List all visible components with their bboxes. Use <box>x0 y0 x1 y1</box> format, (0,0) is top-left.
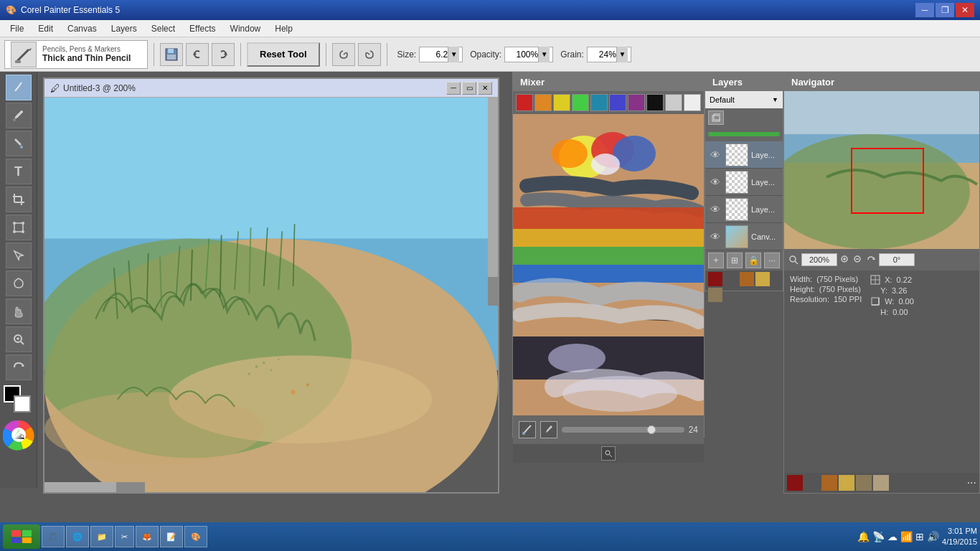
swatch-darkred[interactable] <box>708 272 722 286</box>
minimize-button[interactable]: ─ <box>915 3 934 17</box>
nav-swatch-2[interactable] <box>804 475 820 491</box>
nav-swatch-6[interactable] <box>873 475 889 491</box>
grain-input[interactable] <box>590 50 616 60</box>
background-color[interactable] <box>14 395 31 413</box>
system-clock[interactable]: 3:01 PM 4/19/2015 <box>942 526 977 548</box>
menu-window[interactable]: Window <box>223 22 268 35</box>
fill-tool[interactable] <box>6 131 32 156</box>
taskbar-explorer[interactable]: 📁 <box>90 526 113 547</box>
mixer-size-slider[interactable] <box>562 427 684 433</box>
canvas-close-btn[interactable]: ✕ <box>478 82 492 95</box>
mixer-zoom-icon[interactable] <box>601 446 616 461</box>
size-dropdown[interactable]: ▼ <box>448 47 459 62</box>
mixer-swatch-blue[interactable] <box>609 94 626 111</box>
nav-swatch-1[interactable] <box>787 475 803 491</box>
crop-tool[interactable] <box>6 187 32 212</box>
layers-group-btn[interactable]: ⊞ <box>727 253 743 268</box>
opacity-input-box[interactable]: ▼ <box>504 47 553 62</box>
nav-more-btn[interactable]: ··· <box>967 476 976 489</box>
layers-more-btn[interactable]: ··· <box>764 253 780 268</box>
layers-opacity-bar[interactable] <box>708 132 780 136</box>
menu-canvas[interactable]: Canvas <box>60 22 104 35</box>
brush-indicator[interactable]: Pencils, Pens & Markers Thick and Thin P… <box>4 40 148 69</box>
size-input[interactable] <box>423 50 448 60</box>
layer-row-2[interactable]: 👁 Laye... <box>705 169 783 196</box>
menu-layers[interactable]: Layers <box>104 22 144 35</box>
restore-button[interactable]: ❐ <box>936 3 954 17</box>
layers-preset-dropdown[interactable]: Default ▼ <box>705 91 783 108</box>
mixer-swatch-black[interactable] <box>646 94 664 111</box>
tray-icon-2[interactable]: 📡 <box>872 531 885 542</box>
taskbar-media-player[interactable]: 🎵 <box>42 526 65 547</box>
grain-dropdown[interactable]: ▼ <box>616 47 628 62</box>
taskbar-scissors[interactable]: ✂ <box>115 526 134 547</box>
dropper-tool[interactable] <box>6 103 32 128</box>
mixer-swatch-purple[interactable] <box>628 94 645 111</box>
nav-swatch-4[interactable] <box>839 475 854 491</box>
layer-3-visibility[interactable]: 👁 <box>708 204 722 215</box>
menu-select[interactable]: Select <box>144 22 182 35</box>
layers-lock-btn[interactable]: 🔒 <box>745 253 761 268</box>
opacity-dropdown[interactable]: ▼ <box>538 47 550 62</box>
menu-help[interactable]: Help <box>268 22 300 35</box>
layer-row-1[interactable]: 👁 Laye... <box>705 141 783 169</box>
opacity-input[interactable] <box>508 50 538 60</box>
save-button[interactable] <box>160 43 183 66</box>
scrollbar-thumb-h[interactable] <box>116 482 145 492</box>
mixer-swatch-gray[interactable] <box>665 94 682 111</box>
mixer-swatch-white[interactable] <box>684 94 701 111</box>
color-wheel[interactable] <box>3 419 34 451</box>
mixer-size-thumb[interactable] <box>647 425 656 434</box>
swatch-gray[interactable] <box>724 272 738 286</box>
start-button[interactable] <box>3 524 40 549</box>
brush-tool[interactable] <box>6 75 32 100</box>
reset-tool-button[interactable]: Reset Tool <box>247 42 320 67</box>
close-button[interactable]: ✕ <box>956 3 974 17</box>
rotation-value[interactable]: 0° <box>879 253 915 266</box>
scrollbar-thumb-v[interactable] <box>488 277 498 306</box>
mixer-paint-area[interactable] <box>513 114 704 415</box>
layer-row-3[interactable]: 👁 Laye... <box>705 196 783 223</box>
canvas-painting-area[interactable] <box>44 98 498 492</box>
title-bar-controls[interactable]: ─ ❐ ✕ <box>915 3 974 17</box>
canvas-maximize-btn[interactable]: ▭ <box>462 82 476 95</box>
swatch-brown[interactable] <box>740 272 754 286</box>
menu-edit[interactable]: Edit <box>31 22 60 35</box>
lasso-tool[interactable] <box>6 270 32 296</box>
tray-icon-4[interactable]: 📶 <box>900 531 913 542</box>
tray-icon-3[interactable]: ☁ <box>887 531 897 542</box>
layer-2-visibility[interactable]: 👁 <box>708 176 722 188</box>
mixer-brush-btn[interactable] <box>519 421 536 438</box>
mixer-swatch-orange[interactable] <box>534 94 552 111</box>
grain-input-box[interactable]: ▼ <box>587 47 631 62</box>
nav-swatch-3[interactable] <box>821 475 837 491</box>
nav-swatch-5[interactable] <box>856 475 872 491</box>
canvas-minimize-btn[interactable]: ─ <box>446 82 461 95</box>
reset-zoom-icon[interactable] <box>866 255 876 265</box>
layers-new-btn[interactable]: + <box>708 253 724 268</box>
undo-button[interactable] <box>186 43 209 66</box>
spiral-ccw-button[interactable] <box>358 43 381 66</box>
zoom-out-icon[interactable] <box>853 255 863 265</box>
mixer-swatch-teal[interactable] <box>590 94 608 111</box>
text-tool[interactable]: T <box>6 159 32 184</box>
menu-effects[interactable]: Effects <box>182 22 222 35</box>
zoom-in-icon[interactable] <box>840 255 850 265</box>
taskbar-firefox[interactable]: 🦊 <box>136 526 159 547</box>
swatch-tan[interactable] <box>708 288 722 302</box>
rotate-tool[interactable] <box>6 354 32 380</box>
mixer-swatch-green[interactable] <box>572 94 589 111</box>
layer-1-visibility[interactable]: 👁 <box>708 149 722 161</box>
horizontal-scrollbar[interactable] <box>44 482 145 492</box>
taskbar-painter[interactable]: 🎨 <box>184 526 207 547</box>
vertical-scrollbar[interactable] <box>488 98 498 306</box>
redo-button[interactable] <box>212 43 235 66</box>
tray-icon-5[interactable]: ⊞ <box>915 531 924 542</box>
selection-tool[interactable] <box>6 242 32 268</box>
tray-icon-1[interactable]: 🔔 <box>857 531 870 542</box>
swatch-gold[interactable] <box>755 272 770 286</box>
zoom-tool[interactable] <box>6 326 32 352</box>
canvas-visibility[interactable]: 👁 <box>708 231 722 242</box>
taskbar-browser[interactable]: 🌐 <box>66 526 89 547</box>
mixer-swatch-red[interactable] <box>516 94 533 111</box>
